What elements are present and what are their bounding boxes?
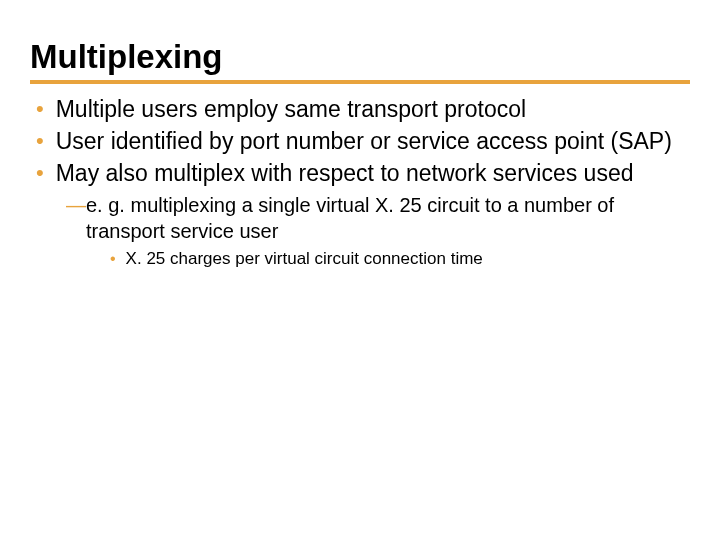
bullet-text: User identified by port number or servic… <box>56 126 690 156</box>
bullet-text: Multiple users employ same transport pro… <box>56 94 690 124</box>
bullet-item: • Multiple users employ same transport p… <box>32 94 690 124</box>
bullet-item: • May also multiplex with respect to net… <box>32 158 690 188</box>
sub-sub-bullet-text: X. 25 charges per virtual circuit connec… <box>126 248 690 270</box>
dash-icon: — <box>66 192 84 218</box>
bullet-icon: • <box>36 126 44 156</box>
bullet-icon: • <box>36 94 44 124</box>
title-underline <box>30 80 690 84</box>
bullet-item: • User identified by port number or serv… <box>32 126 690 156</box>
slide-content: • Multiple users employ same transport p… <box>30 94 690 270</box>
bullet-text: May also multiplex with respect to netwo… <box>56 158 690 188</box>
sub-bullet-item: — e. g. multiplexing a single virtual X.… <box>66 192 690 244</box>
bullet-icon: • <box>36 158 44 188</box>
bullet-icon: • <box>110 248 116 270</box>
sub-sub-bullet-item: • X. 25 charges per virtual circuit conn… <box>110 248 690 270</box>
sub-bullet-text: e. g. multiplexing a single virtual X. 2… <box>86 192 690 244</box>
slide: Multiplexing • Multiple users employ sam… <box>0 0 720 540</box>
slide-title: Multiplexing <box>30 38 690 76</box>
